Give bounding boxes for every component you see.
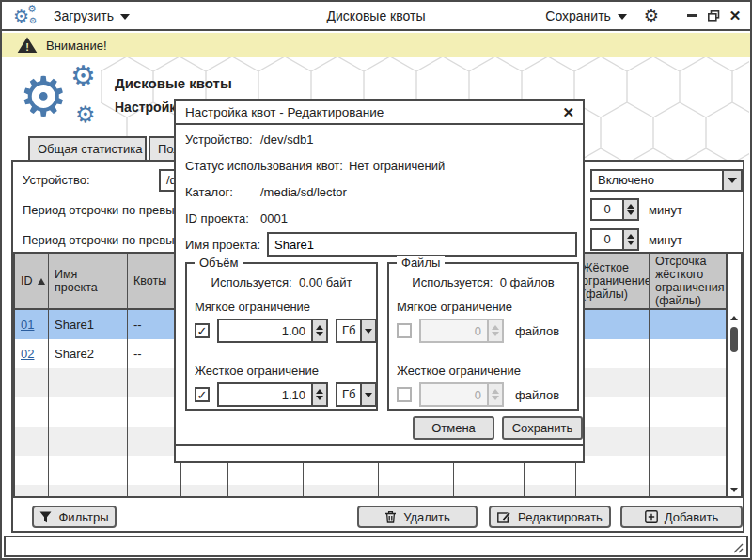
chevron-down-icon bbox=[120, 14, 130, 20]
table-cell bbox=[304, 485, 379, 496]
volume-hard-value-spinner[interactable] bbox=[217, 382, 328, 407]
files-soft-checkbox[interactable] bbox=[397, 323, 412, 338]
edit-pencil-icon bbox=[497, 510, 511, 523]
table-cell bbox=[576, 397, 650, 427]
scroll-up-icon[interactable] bbox=[730, 316, 738, 320]
project-name-label: Имя проекта: bbox=[185, 238, 260, 252]
spinner-arrows-icon[interactable] bbox=[311, 320, 326, 341]
project-id-row: ID проекта:0001 bbox=[185, 211, 288, 226]
table-cell bbox=[49, 397, 128, 427]
status-bar bbox=[4, 536, 748, 557]
minutes-unit-label: минут bbox=[649, 233, 682, 247]
warning-triangle-icon: ! bbox=[17, 37, 38, 54]
table-cell bbox=[49, 368, 128, 397]
settings-gear-icon[interactable]: ⚙ bbox=[644, 8, 659, 24]
table-cell bbox=[15, 456, 49, 485]
filters-button[interactable]: Фильтры bbox=[32, 506, 117, 528]
grace-period-hard-spinner[interactable]: 0 bbox=[590, 228, 639, 251]
table-cell bbox=[49, 485, 128, 496]
dialog-close-icon[interactable]: ✕ bbox=[562, 104, 574, 121]
grace-period-soft-label: Период отсрочки по превыш bbox=[23, 203, 184, 217]
cancel-button[interactable]: Отмена bbox=[413, 416, 494, 440]
grace-period-soft-spinner[interactable]: 0 bbox=[590, 198, 639, 221]
delete-button[interactable]: Удалить bbox=[357, 506, 478, 528]
chevron-down-icon[interactable] bbox=[722, 171, 741, 190]
spinner-arrows-icon bbox=[487, 320, 502, 341]
table-cell bbox=[49, 427, 128, 456]
maximize-button[interactable] bbox=[706, 8, 721, 23]
spinner-arrows-icon[interactable] bbox=[622, 200, 637, 219]
save-menu-button[interactable]: Сохранить bbox=[545, 8, 627, 23]
volume-hard-unit-dropdown[interactable]: Гб bbox=[336, 382, 377, 407]
dialog-title: Настройка квот - Редактирование bbox=[185, 105, 384, 119]
chevron-down-icon[interactable] bbox=[360, 320, 375, 341]
resize-grip-icon[interactable] bbox=[731, 541, 744, 553]
device-info-row: Устройство:/dev/sdb1 bbox=[185, 132, 313, 147]
edit-button[interactable]: Редактировать bbox=[489, 506, 611, 528]
files-soft-value-spinner[interactable] bbox=[419, 319, 504, 343]
app-window: ⚙⚙⚙ Загрузить Дисковые квоты Сохранить ⚙… bbox=[0, 0, 752, 560]
dialog-title-bar: Настройка квот - Редактирование ✕ bbox=[176, 101, 583, 125]
volume-used-text: Используется: 0.00 байт bbox=[187, 275, 376, 289]
quota-status-row: Статус использования квот:Нет ограничени… bbox=[185, 159, 445, 173]
files-hard-value-spinner[interactable] bbox=[419, 382, 504, 407]
project-name-input[interactable] bbox=[267, 232, 577, 257]
table-cell bbox=[576, 427, 650, 456]
volume-soft-checkbox[interactable]: ✓ bbox=[195, 323, 210, 338]
directory-row: Каталог:/media/sd/lector bbox=[185, 185, 347, 199]
page-title: Дисковые квоты bbox=[115, 75, 232, 91]
column-header[interactable]: ID bbox=[15, 254, 49, 308]
table-cell bbox=[15, 427, 49, 456]
table-cell bbox=[379, 485, 454, 496]
quota-edit-dialog: Настройка квот - Редактирование ✕ Устрой… bbox=[174, 99, 585, 463]
table-row[interactable] bbox=[15, 485, 741, 496]
project-id-link[interactable]: 02 bbox=[21, 347, 34, 361]
table-cell bbox=[15, 397, 49, 427]
warning-text: Внимание! bbox=[46, 39, 107, 53]
title-bar: ⚙⚙⚙ Загрузить Дисковые квоты Сохранить ⚙… bbox=[2, 2, 750, 31]
table-cell bbox=[576, 368, 650, 397]
column-header[interactable]: Жёсткое ограничение (файлы) bbox=[576, 254, 650, 308]
volume-hard-checkbox[interactable]: ✓ bbox=[195, 387, 210, 402]
table-cell bbox=[128, 485, 181, 496]
table-cell bbox=[228, 485, 304, 496]
svg-text:!: ! bbox=[25, 41, 29, 53]
volume-soft-unit-dropdown[interactable]: Гб bbox=[336, 319, 377, 343]
table-cell: Share1 bbox=[49, 310, 128, 339]
files-legend: Файлы bbox=[397, 256, 445, 270]
trash-icon bbox=[384, 510, 397, 523]
save-button[interactable]: Сохранить bbox=[502, 416, 583, 440]
table-cell bbox=[49, 456, 128, 485]
add-button[interactable]: Добавить bbox=[620, 506, 743, 528]
project-id-link[interactable]: 01 bbox=[21, 318, 34, 332]
vertical-scrollbar[interactable] bbox=[726, 254, 741, 496]
close-button[interactable]: ✕ bbox=[728, 8, 743, 23]
table-cell bbox=[15, 485, 49, 496]
restore-icon bbox=[708, 10, 720, 22]
chevron-down-icon[interactable] bbox=[360, 384, 375, 405]
filter-funnel-icon bbox=[39, 511, 52, 523]
files-hard-checkbox[interactable] bbox=[397, 387, 412, 402]
minutes-unit-label: минут bbox=[649, 203, 682, 217]
table-cell: Share2 bbox=[49, 339, 128, 368]
table-cell: 01 bbox=[15, 310, 49, 339]
scroll-down-icon[interactable] bbox=[730, 488, 738, 492]
table-cell bbox=[576, 310, 650, 339]
tab-general-statistics[interactable]: Общая статистика bbox=[28, 136, 147, 160]
volume-soft-value-spinner[interactable] bbox=[217, 319, 328, 343]
files-unit-label: файлов bbox=[515, 388, 559, 402]
volume-fieldset: Объём Используется: 0.00 байт Мягкое огр… bbox=[185, 262, 378, 411]
files-used-text: Используется: 0 файлов bbox=[389, 275, 577, 289]
table-cell bbox=[576, 339, 650, 368]
device-label: Устройство: bbox=[23, 173, 90, 187]
scrollbar-thumb[interactable] bbox=[730, 327, 738, 352]
spinner-arrows-icon[interactable] bbox=[622, 230, 637, 249]
quota-enabled-dropdown[interactable]: Включено bbox=[590, 169, 743, 192]
minimize-button[interactable] bbox=[684, 8, 699, 23]
load-menu-button[interactable]: Загрузить bbox=[54, 8, 130, 23]
window-title: Дисковые квоты bbox=[327, 8, 426, 23]
column-header[interactable]: Имя проекта bbox=[49, 254, 128, 308]
minimize-icon bbox=[687, 14, 697, 17]
table-cell bbox=[576, 456, 650, 485]
spinner-arrows-icon[interactable] bbox=[311, 384, 326, 405]
